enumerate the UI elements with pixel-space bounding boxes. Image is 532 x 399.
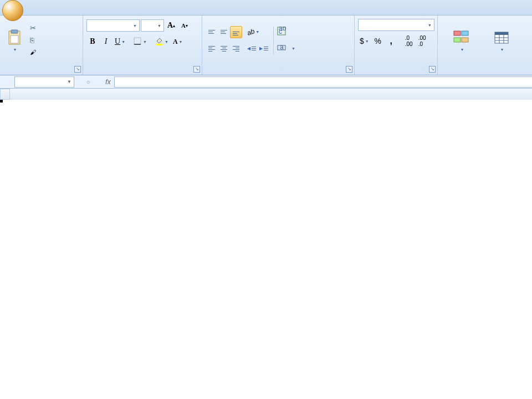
bold-icon: B [90, 37, 95, 46]
align-center-icon [219, 44, 228, 53]
svg-rect-14 [462, 38, 468, 42]
chevron-down-icon: ▼ [143, 40, 147, 44]
svg-rect-13 [454, 38, 461, 42]
alignment-dialog-launcher[interactable]: ↘ [346, 66, 352, 73]
number-dialog-launcher[interactable]: ↘ [429, 66, 436, 73]
selection-indicator [0, 100, 2, 102]
chevron-down-icon: ▼ [121, 40, 125, 44]
format-painter-button[interactable] [28, 47, 43, 59]
align-right-button[interactable] [230, 43, 242, 55]
align-top-button[interactable] [206, 26, 218, 38]
chevron-down-icon: ▼ [461, 48, 464, 52]
format-as-table-button[interactable]: ▼ [484, 21, 519, 60]
font-color-button[interactable]: A▼ [171, 35, 185, 48]
chevron-down-icon: ▼ [179, 40, 183, 44]
percent-button[interactable]: % [372, 35, 384, 47]
italic-button[interactable]: I [100, 35, 112, 48]
ribbon-tabs [0, 0, 532, 16]
fill-color-button[interactable]: ▼ [153, 35, 170, 48]
paintbrush-icon [30, 48, 39, 57]
font-dialog-launcher[interactable]: ↘ [193, 66, 200, 73]
grow-font-button[interactable]: A▴ [165, 19, 177, 32]
font-size-combo[interactable]: ▼ [141, 19, 164, 32]
borders-icon [133, 37, 142, 47]
chevron-down-icon: ▼ [500, 48, 504, 52]
font-color-icon: A [173, 38, 178, 46]
number-format-combo[interactable]: ▼ [358, 19, 434, 31]
chevron-down-icon: ▼ [365, 39, 369, 43]
shrink-font-icon: A [181, 22, 186, 29]
align-middle-icon [219, 28, 228, 37]
paste-icon [6, 29, 23, 47]
conditional-formatting-button[interactable]: ▼ [440, 21, 483, 60]
align-middle-button[interactable] [218, 26, 230, 38]
align-bottom-icon [232, 28, 241, 37]
formula-bar-row: ▼ ○ fx [0, 75, 532, 89]
increase-decimal-button[interactable]: .0.00 [403, 35, 415, 47]
decrease-decimal-icon: .00.0 [418, 35, 426, 47]
merge-center-button[interactable]: a ▼ [277, 43, 295, 55]
svg-rect-1 [11, 30, 18, 33]
comma-icon: , [390, 36, 392, 46]
copy-button[interactable] [28, 34, 43, 47]
spreadsheet-grid[interactable] [0, 89, 532, 100]
chevron-down-icon: ▼ [255, 30, 259, 34]
dollar-icon: $ [360, 37, 364, 45]
wrap-text-icon: abc [277, 27, 286, 37]
clipboard-dialog-launcher[interactable]: ↘ [74, 66, 81, 73]
wrap-text-button[interactable]: abc [277, 26, 295, 38]
increase-indent-icon: ▶ [259, 46, 268, 51]
align-left-button[interactable] [206, 43, 218, 55]
office-button[interactable] [2, 0, 23, 21]
chevron-down-icon: ▼ [157, 24, 161, 28]
increase-decimal-icon: .0.00 [405, 35, 413, 47]
merge-icon: a [277, 43, 286, 54]
decrease-decimal-button[interactable]: .00.0 [416, 35, 428, 47]
formula-bar[interactable] [114, 76, 532, 88]
increase-indent-button[interactable]: ▶ [258, 43, 270, 55]
italic-icon: I [105, 37, 108, 46]
align-top-icon [207, 28, 216, 37]
name-box[interactable]: ▼ [14, 76, 74, 88]
align-left-icon [207, 44, 216, 53]
format-table-icon [493, 29, 510, 47]
orientation-icon: ab [246, 27, 255, 37]
comma-button[interactable]: , [385, 35, 397, 47]
decrease-indent-button[interactable]: ◀ [245, 43, 258, 55]
underline-button[interactable]: U▼ [113, 35, 127, 48]
conditional-formatting-icon [453, 29, 470, 47]
cancel-enter-area: ○ [74, 79, 102, 85]
chevron-down-icon: ▼ [13, 48, 17, 52]
svg-text:c: c [279, 28, 282, 35]
paste-button[interactable]: ▼ [2, 21, 27, 60]
font-family-combo[interactable]: ▼ [86, 19, 140, 32]
svg-rect-11 [454, 31, 461, 35]
svg-rect-5 [156, 44, 162, 45]
copy-icon [30, 36, 39, 45]
chevron-down-icon: ▼ [165, 40, 168, 44]
ribbon: ▼ ↘ ▼ ▼ A▴ A▾ B I U▼ ▼ [0, 16, 532, 75]
chevron-down-icon: ▼ [133, 24, 137, 28]
chevron-down-icon: ▼ [428, 23, 432, 27]
align-bottom-button[interactable] [230, 26, 242, 38]
orientation-button[interactable]: ab▼ [245, 26, 261, 38]
select-all-corner[interactable] [0, 89, 10, 100]
svg-rect-16 [495, 32, 508, 35]
percent-icon: % [375, 37, 381, 45]
bucket-icon [155, 37, 163, 47]
shrink-font-button[interactable]: A▾ [178, 19, 191, 32]
svg-rect-3 [134, 38, 141, 44]
svg-rect-12 [462, 31, 468, 35]
bold-button[interactable]: B [86, 35, 99, 48]
underline-icon: U [115, 37, 120, 46]
chevron-down-icon: ▼ [291, 47, 295, 50]
borders-button[interactable]: ▼ [131, 35, 149, 48]
grow-font-icon: A [167, 21, 173, 30]
align-right-icon [232, 44, 241, 53]
accounting-format-button[interactable]: $▼ [358, 35, 371, 47]
cut-button[interactable] [28, 22, 43, 34]
align-center-button[interactable] [218, 43, 230, 55]
svg-text:a: a [280, 43, 284, 51]
fx-icon[interactable]: fx [102, 78, 114, 86]
scissors-icon [30, 24, 39, 33]
